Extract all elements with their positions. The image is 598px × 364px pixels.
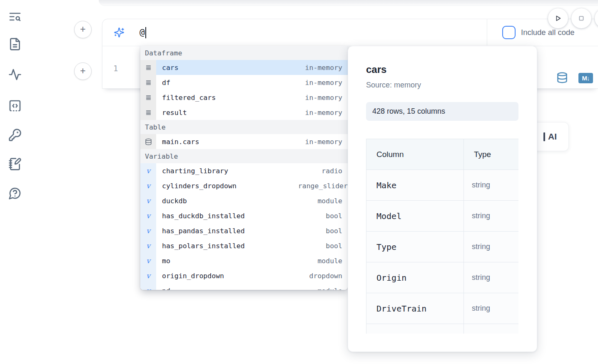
autocomplete-item-has_duckdb_installed[interactable]: vhas_duckdb_installedbool xyxy=(140,208,348,223)
variable-icon: v xyxy=(140,283,156,290)
ai-button-label: AI xyxy=(548,132,557,142)
clipped-letter xyxy=(543,132,545,141)
autocomplete-item-cylinders_dropdown[interactable]: vcylinders_dropdownrange_slider xyxy=(140,178,348,193)
add-cell-below-button[interactable]: + xyxy=(74,62,92,80)
add-cell-above-button[interactable]: + xyxy=(74,21,92,38)
variable-icon: v xyxy=(140,268,156,283)
column-name-cell: Model xyxy=(366,201,464,232)
completion-detail: module xyxy=(317,257,348,265)
completion-name: duckdb xyxy=(162,197,317,205)
ai-prompt-input[interactable]: @ Include all code xyxy=(102,19,598,46)
autocomplete-item-has_pandas_installed[interactable]: vhas_pandas_installedbool xyxy=(140,223,348,238)
completion-detail: dropdown xyxy=(309,272,348,280)
completion-name: has_polars_installed xyxy=(162,242,326,250)
dataframe-rows-icon xyxy=(140,60,156,75)
variable-icon: v xyxy=(140,253,156,268)
completion-name: result xyxy=(162,109,305,117)
variable-icon: v xyxy=(140,223,156,238)
table-row: Makestring xyxy=(366,170,519,201)
column-type-cell: string xyxy=(464,262,519,293)
help-chat-icon[interactable] xyxy=(8,187,22,200)
completion-detail: module xyxy=(317,287,348,290)
variable-icon: v xyxy=(140,238,156,253)
autocomplete-item-duckdb[interactable]: vduckdbmodule xyxy=(140,193,348,208)
column-type-cell: string xyxy=(464,201,519,232)
database-icon[interactable] xyxy=(556,71,568,85)
preview-table-header-row: Column Type xyxy=(366,139,519,170)
table-row: Originstring xyxy=(366,262,519,293)
play-icon xyxy=(553,14,563,23)
variable-icon: v xyxy=(140,193,156,208)
completion-name: filtered_cars xyxy=(162,94,305,102)
dataframe-rows-icon xyxy=(140,105,156,120)
app-screen: + + @ Include all code 1 M↓ AI Dataframe… xyxy=(0,0,598,364)
completion-detail: in-memory xyxy=(305,138,348,146)
key-icon[interactable] xyxy=(8,128,22,142)
preview-title: cars xyxy=(366,64,537,75)
completion-detail: radio xyxy=(321,167,348,175)
completion-name: df xyxy=(162,79,305,87)
column-name-cell: Make xyxy=(366,170,464,201)
autocomplete-section-header: Table xyxy=(140,120,348,134)
completion-name: charting_library xyxy=(162,167,321,175)
preview-source: Source: memory xyxy=(366,81,537,90)
completion-detail: bool xyxy=(326,227,348,235)
autocomplete-item-df[interactable]: dfin-memory xyxy=(140,75,348,90)
database-icon xyxy=(140,134,156,149)
preview-table: Column Type MakestringModelstringTypestr… xyxy=(366,139,518,334)
document-icon[interactable] xyxy=(8,37,22,51)
autocomplete-item-pd[interactable]: vpdmodule xyxy=(140,283,348,290)
column-name-cell: DriveTrain xyxy=(366,293,464,324)
autocomplete-section-header: Dataframe xyxy=(140,46,348,60)
dataframe-rows-icon xyxy=(140,75,156,90)
variable-icon: v xyxy=(140,208,156,223)
column-type-cell: string xyxy=(464,232,519,262)
markdown-convert-icon[interactable]: M↓ xyxy=(578,73,593,83)
preview-table-wrap: Column Type MakestringModelstringTypestr… xyxy=(366,139,518,334)
autocomplete-popup: Dataframecarsin-memorydfin-memoryfiltere… xyxy=(140,46,348,290)
table-row-partial xyxy=(366,324,519,334)
previous-cell-edge xyxy=(99,0,598,6)
autocomplete-item-mo[interactable]: vmomodule xyxy=(140,253,348,268)
autocomplete-item-origin_dropdown[interactable]: vorigin_dropdowndropdown xyxy=(140,268,348,283)
variable-icon: v xyxy=(140,178,156,193)
snippets-icon[interactable] xyxy=(8,99,22,112)
completion-name: pd xyxy=(162,287,317,290)
table-row: DriveTrainstring xyxy=(366,293,519,324)
completion-name: cars xyxy=(162,64,305,72)
completion-name: mo xyxy=(162,257,317,265)
completion-name: origin_dropdown xyxy=(162,272,309,280)
dataframe-rows-icon xyxy=(140,90,156,105)
activity-icon[interactable] xyxy=(8,68,22,81)
preview-shape-badge: 428 rows, 15 columns xyxy=(366,102,518,121)
column-name-cell: Type xyxy=(366,232,464,262)
column-header: Column xyxy=(366,139,464,170)
autocomplete-item-filtered_cars[interactable]: filtered_carsin-memory xyxy=(140,90,348,105)
completion-detail: in-memory xyxy=(305,109,348,117)
completion-detail: module xyxy=(317,197,348,205)
completion-detail: bool xyxy=(326,212,348,220)
autocomplete-item-main.cars[interactable]: main.carsin-memory xyxy=(140,134,348,149)
column-type-cell: string xyxy=(464,170,519,201)
autocomplete-section-header: Variable xyxy=(140,149,348,163)
preview-table-body: MakestringModelstringTypestringOriginstr… xyxy=(366,170,519,334)
scratchpad-icon[interactable] xyxy=(8,157,22,171)
table-row: Modelstring xyxy=(366,201,519,232)
ai-sparkle-icon xyxy=(114,27,125,38)
line-number: 1 xyxy=(113,64,118,73)
autocomplete-item-has_polars_installed[interactable]: vhas_polars_installedbool xyxy=(140,238,348,253)
prompt-text: @ xyxy=(140,27,145,37)
autocomplete-item-result[interactable]: resultin-memory xyxy=(140,105,348,120)
variable-icon: v xyxy=(140,163,156,178)
completion-detail: in-memory xyxy=(305,79,348,87)
include-all-code-checkbox[interactable] xyxy=(502,26,516,39)
stop-icon xyxy=(577,14,586,23)
stop-button[interactable] xyxy=(571,8,591,28)
toc-search-icon[interactable] xyxy=(8,10,22,23)
autocomplete-item-charting_library[interactable]: vcharting_libraryradio xyxy=(140,163,348,178)
column-name-cell: Origin xyxy=(366,262,464,293)
autocomplete-item-cars[interactable]: carsin-memory xyxy=(140,60,348,75)
completion-detail: range_slider xyxy=(298,182,348,190)
dataframe-preview-panel: cars Source: memory 428 rows, 15 columns… xyxy=(348,46,537,352)
run-cell-button[interactable] xyxy=(548,8,568,28)
